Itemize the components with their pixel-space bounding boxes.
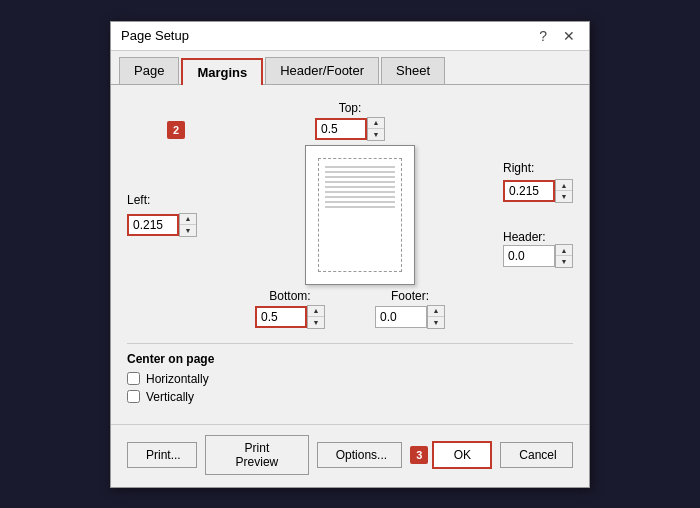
- right-down-btn[interactable]: ▼: [556, 191, 572, 202]
- footer-field: Footer: ▲ ▼: [375, 289, 445, 329]
- top-input[interactable]: [315, 118, 367, 140]
- vertically-row: Vertically: [127, 390, 573, 404]
- left-col: Left: ▲ ▼: [127, 193, 217, 237]
- tab-header-footer[interactable]: Header/Footer: [265, 57, 379, 84]
- header-spinner: ▲ ▼: [503, 244, 573, 268]
- footer-up-btn[interactable]: ▲: [428, 306, 444, 317]
- ok-wrapper: 3 OK: [410, 441, 492, 469]
- header-field-wrapper: Header: ▲ ▼: [503, 229, 573, 268]
- tab-page[interactable]: Page: [119, 57, 179, 84]
- top-margin-row: Top: ▲ ▼: [127, 101, 573, 141]
- bottom-label: Bottom:: [269, 289, 310, 303]
- right-spinner: ▲ ▼: [503, 179, 573, 203]
- margin-indicator: [318, 158, 402, 272]
- horizontally-label: Horizontally: [146, 372, 209, 386]
- title-controls: ? ✕: [535, 28, 579, 44]
- print-preview-button[interactable]: Print Preview: [205, 435, 309, 475]
- right-up-btn[interactable]: ▲: [556, 180, 572, 191]
- help-button[interactable]: ?: [535, 28, 551, 44]
- bottom-field: Bottom: ▲ ▼: [255, 289, 325, 329]
- right-input[interactable]: [503, 180, 555, 202]
- badge-3: 3: [410, 446, 428, 464]
- top-field-wrapper: Top: ▲ ▼: [315, 101, 385, 141]
- vertically-label: Vertically: [146, 390, 194, 404]
- tab-bar: Page Margins Header/Footer Sheet: [111, 51, 589, 85]
- page-setup-dialog: Page Setup ? ✕ Page Margins Header/Foote…: [110, 21, 590, 488]
- header-input[interactable]: [503, 245, 555, 267]
- horizontally-row: Horizontally: [127, 372, 573, 386]
- top-spinner: ▲ ▼: [315, 117, 385, 141]
- title-bar: Page Setup ? ✕: [111, 22, 589, 51]
- right-field: Right: ▲ ▼: [503, 161, 573, 203]
- close-button[interactable]: ✕: [559, 28, 579, 44]
- header-label: Header:: [503, 230, 546, 244]
- header-spinner-btns: ▲ ▼: [555, 244, 573, 268]
- footer-spinner-btns: ▲ ▼: [427, 305, 445, 329]
- bottom-spinner-btns: ▲ ▼: [307, 305, 325, 329]
- left-input[interactable]: [127, 214, 179, 236]
- left-down-btn[interactable]: ▼: [180, 225, 196, 236]
- footer-spinner: ▲ ▼: [375, 305, 445, 329]
- footer-label: Footer:: [391, 289, 429, 303]
- left-up-btn[interactable]: ▲: [180, 214, 196, 225]
- dialog-title: Page Setup: [121, 28, 189, 43]
- middle-row: Left: ▲ ▼: [127, 145, 573, 285]
- vertically-checkbox[interactable]: [127, 390, 140, 403]
- tab-margins[interactable]: Margins: [181, 58, 263, 85]
- header-up-btn[interactable]: ▲: [556, 245, 572, 256]
- header-down-btn[interactable]: ▼: [556, 256, 572, 267]
- footer-down-btn[interactable]: ▼: [428, 317, 444, 328]
- cancel-button[interactable]: Cancel: [500, 442, 573, 468]
- top-spinner-btns: ▲ ▼: [367, 117, 385, 141]
- top-up-btn[interactable]: ▲: [368, 118, 384, 129]
- page-preview: [305, 145, 415, 285]
- center-on-page-section: Center on page Horizontally Vertically: [127, 343, 573, 408]
- horizontally-checkbox[interactable]: [127, 372, 140, 385]
- bottom-down-btn[interactable]: ▼: [308, 317, 324, 328]
- tab-sheet[interactable]: Sheet: [381, 57, 445, 84]
- options-button[interactable]: Options...: [317, 442, 403, 468]
- print-button[interactable]: Print...: [127, 442, 197, 468]
- bottom-input[interactable]: [255, 306, 307, 328]
- ok-button[interactable]: OK: [432, 441, 492, 469]
- footer-buttons: Print... Print Preview Options... 3 OK C…: [111, 424, 589, 487]
- bottom-spinner: ▲ ▼: [255, 305, 325, 329]
- center-label: Center on page: [127, 352, 573, 366]
- right-col: Right: ▲ ▼ Header:: [503, 161, 573, 268]
- top-down-btn[interactable]: ▼: [368, 129, 384, 140]
- right-spinner-btns: ▲ ▼: [555, 179, 573, 203]
- top-label: Top:: [339, 101, 362, 115]
- bottom-up-btn[interactable]: ▲: [308, 306, 324, 317]
- left-label: Left:: [127, 193, 150, 207]
- right-label: Right:: [503, 161, 534, 175]
- margin-layout: 2 Top: ▲ ▼ Left:: [127, 101, 573, 408]
- left-spinner: ▲ ▼: [127, 213, 197, 237]
- bottom-row: Bottom: ▲ ▼ Footer:: [127, 289, 573, 329]
- left-spinner-btns: ▲ ▼: [179, 213, 197, 237]
- tab-content: 2 Top: ▲ ▼ Left:: [111, 85, 589, 424]
- footer-input[interactable]: [375, 306, 427, 328]
- bottom-fields: Bottom: ▲ ▼ Footer:: [255, 289, 445, 329]
